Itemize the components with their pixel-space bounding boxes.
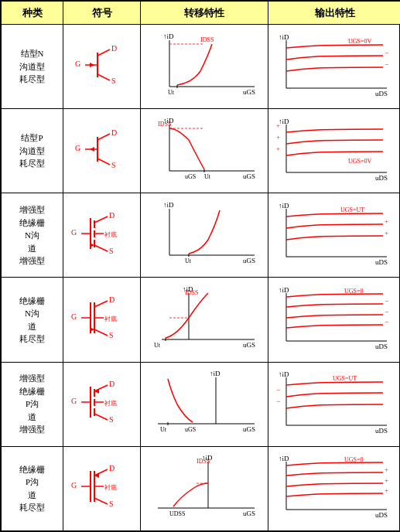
main-table-container: 种类 符号 转移特性 输出特性 结型N沟道型耗尽型 G — [0, 0, 400, 532]
svg-text:衬底: 衬底 — [104, 400, 117, 407]
svg-text:uGS: uGS — [243, 257, 255, 264]
svg-line-108 — [94, 414, 108, 420]
output-mosfet-n-depletion: ↑iD uDS UGS=0 − − − — [268, 278, 401, 362]
svg-line-78 — [94, 301, 108, 307]
svg-text:S: S — [109, 500, 114, 508]
svg-text:S: S — [111, 77, 116, 85]
svg-text:衬底: 衬底 — [104, 484, 117, 491]
svg-line-79 — [94, 329, 108, 336]
svg-text:uDS: uDS — [375, 511, 388, 519]
header-symbol: 符号 — [63, 2, 141, 25]
svg-text:IDSS: IDSS — [197, 458, 210, 465]
svg-text:UGS=0: UGS=0 — [344, 288, 364, 295]
symbol-jp-depletion: G D S — [63, 109, 141, 193]
transfer-mosfet-n-enhance: ↑iD uGS Ut — [141, 193, 268, 278]
svg-text:D: D — [111, 128, 117, 137]
svg-text:UGS=0: UGS=0 — [344, 456, 364, 463]
svg-text:+: + — [276, 121, 280, 129]
symbol-jn-depletion: G D S — [63, 25, 141, 109]
transfer-mosfet-p-depletion: ↑iD uGS IDSS UDSS — [141, 446, 268, 530]
svg-text:UGS=UT: UGS=UT — [333, 375, 357, 382]
svg-text:↑iD: ↑iD — [279, 370, 289, 378]
svg-text:↑iD: ↑iD — [279, 286, 289, 294]
symbol-mosfet-n-depletion: G 衬底 D S — [63, 278, 141, 362]
svg-text:uGS: uGS — [243, 425, 255, 433]
svg-text:uGS: uGS — [243, 510, 255, 517]
svg-text:↑iD: ↑iD — [163, 201, 174, 209]
svg-text:+: + — [385, 476, 388, 484]
section-jp-label: 结型P沟道型耗尽型 — [2, 109, 63, 193]
svg-text:−: − — [276, 397, 280, 405]
svg-line-27 — [97, 159, 110, 165]
svg-text:IDSS: IDSS — [185, 289, 198, 296]
svg-text:−: − — [385, 49, 388, 56]
svg-text:G: G — [71, 397, 77, 405]
svg-text:S: S — [111, 161, 116, 169]
section-mosfet-p-depletion-label: 绝缘栅P沟道耗尽型 — [2, 446, 63, 530]
svg-text:Ut: Ut — [185, 257, 192, 264]
svg-text:G: G — [75, 144, 80, 152]
svg-text:↑iD: ↑iD — [279, 455, 289, 462]
symbol-mosfet-p-enhance: G 衬底 D S — [63, 362, 141, 446]
header-transfer: 转移特性 — [141, 2, 268, 25]
svg-line-55 — [94, 245, 108, 251]
svg-text:D: D — [109, 295, 115, 304]
svg-text:UGS=0V: UGS=0V — [348, 158, 372, 165]
svg-text:UGS=UT: UGS=UT — [340, 206, 364, 213]
output-mosfet-p-enhance: ↑iD uDS UGS=UT − − — [268, 362, 401, 446]
svg-line-133 — [94, 498, 108, 504]
svg-text:Ut: Ut — [154, 342, 161, 349]
output-mosfet-p-depletion: ↑iD uDS UGS=0 + + + — [268, 446, 401, 530]
svg-marker-30 — [90, 147, 94, 152]
svg-line-26 — [97, 134, 110, 140]
svg-text:D: D — [109, 464, 115, 472]
svg-text:uGS: uGS — [185, 173, 196, 180]
svg-marker-7 — [90, 63, 94, 67]
section-mosfet-n-depletion-label: 绝缘栅N沟道耗尽型 — [2, 278, 63, 362]
output-mosfet-n-enhance: ↑iD uDS UGS=UT + + — [268, 193, 401, 278]
section-mosfet-n-enhance-label: 增强型绝缘栅N沟道增强型 — [2, 193, 63, 278]
header-type: 种类 — [2, 2, 63, 25]
transfer-jp-depletion: ↑iD uGS IDSS Ut uGS — [141, 109, 268, 193]
svg-line-4 — [97, 74, 110, 80]
svg-text:↑iD: ↑iD — [279, 202, 289, 210]
svg-text:−: − — [385, 297, 388, 305]
svg-text:G: G — [71, 228, 77, 237]
svg-text:G: G — [75, 60, 80, 68]
svg-text:S: S — [109, 247, 114, 255]
output-jp-depletion: ↑iD uDS + + + UGS=0V — [268, 109, 401, 193]
svg-line-3 — [97, 49, 110, 56]
svg-text:G: G — [71, 312, 77, 321]
svg-text:uDS: uDS — [375, 343, 388, 350]
svg-text:+: + — [385, 486, 388, 494]
svg-text:uGS: uGS — [243, 172, 255, 180]
svg-text:−: − — [385, 318, 388, 326]
svg-text:D: D — [111, 44, 117, 53]
svg-text:↑iD: ↑iD — [210, 370, 221, 377]
symbol-mosfet-p-depletion: G 衬底 D S — [63, 446, 141, 530]
svg-text:+: + — [385, 217, 388, 225]
svg-text:Ut: Ut — [204, 173, 211, 180]
section-jn-label: 结型N沟道型耗尽型 — [2, 25, 63, 109]
transfer-mosfet-n-depletion: ↑iD uGS Ut IDSS — [141, 278, 268, 362]
svg-text:G: G — [71, 481, 77, 489]
svg-text:+: + — [385, 229, 388, 237]
svg-text:+: + — [385, 466, 388, 473]
svg-text:uDS: uDS — [375, 174, 388, 182]
svg-text:IDSS: IDSS — [200, 36, 214, 43]
symbol-mosfet-n-enhance: G 衬底 D — [63, 193, 141, 278]
svg-line-54 — [94, 217, 108, 223]
svg-text:D: D — [109, 211, 115, 220]
svg-text:−: − — [385, 60, 388, 68]
svg-text:S: S — [109, 331, 114, 339]
svg-text:UGS=0V: UGS=0V — [348, 38, 372, 45]
output-jn-n-depletion: ↑iD uDS UGS=0V − − — [268, 25, 401, 109]
svg-text:D: D — [109, 380, 115, 388]
svg-text:Ut: Ut — [160, 426, 167, 433]
svg-text:uDS: uDS — [375, 427, 388, 435]
svg-text:−: − — [276, 386, 280, 394]
svg-text:UDSS: UDSS — [169, 510, 185, 517]
svg-text:↑iD: ↑iD — [279, 118, 289, 125]
svg-text:+: + — [276, 133, 280, 141]
svg-text:uDS: uDS — [375, 90, 388, 97]
